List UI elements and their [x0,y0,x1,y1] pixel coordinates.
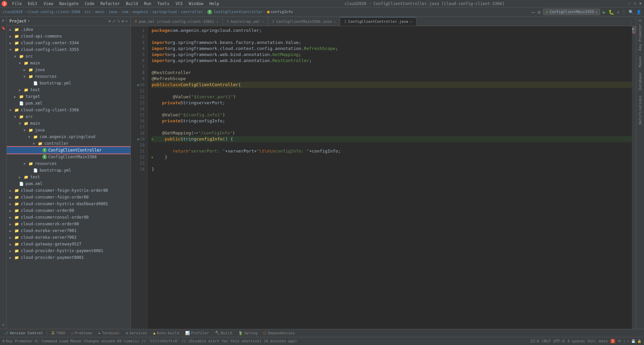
profiler-btn[interactable]: 📊 Profiler [182,330,212,336]
tree-item-src-3355[interactable]: ▼ 📁 src [7,53,130,60]
code-content[interactable]: package com.angenin.springcloud.controll… [148,26,632,329]
tab-bootstrap-yml[interactable]: Y bootstrap.yml ✕ [223,17,268,26]
menu-edit[interactable]: Edit [25,1,40,7]
back-button[interactable]: ⟵ [532,9,535,15]
auto-build-btn[interactable]: ▲ Auto-build [151,330,182,336]
menu-help[interactable]: Help [207,1,222,7]
refresh-icon[interactable]: ↺ [617,10,619,14]
status-indent[interactable]: 4 spaces [567,339,585,343]
problems-btn[interactable]: ⚠ Problems [68,330,95,336]
close-button[interactable]: ✕ [638,1,643,6]
breadcrumb-springcloud[interactable]: springcloud [152,10,177,14]
breadcrumb-class[interactable]: ConfigClientController [214,10,263,14]
menu-view[interactable]: View [41,1,56,7]
menu-build[interactable]: Build [123,1,141,7]
breadcrumb-java[interactable]: java [108,10,117,14]
editor-scrollbar[interactable]: ▲ 1 [632,26,636,329]
menu-run[interactable]: Run [141,1,154,7]
breadcrumb-method[interactable]: configInfo [271,10,293,14]
tree-item-eureka-7001[interactable]: ▶ 📁 cloud-eureka-server7001 [7,227,130,234]
breadcrumb-cloud2020[interactable]: cloud2020 [3,10,23,14]
bookmark-icon[interactable]: 🔖 [0,25,6,31]
tree-item-client-3366[interactable]: ▼ 📁 cloud-config-client-3366 [7,107,130,113]
menu-code[interactable]: Code [82,1,97,7]
tree-item-config-client-controller[interactable]: ▶ C ConfigClientController [7,147,130,154]
tree-item-eureka-7002[interactable]: ▶ 📁 cloud-eureka-server7002 [7,234,130,241]
tab-config-controller[interactable]: J ConfigClientController.java ✕ [340,17,417,26]
tab-close-pom[interactable]: ✕ [216,20,218,23]
tree-item-test-3366[interactable]: ▶ 📁 test [7,174,130,180]
settings-gear-icon[interactable]: ⚙ [122,19,124,23]
tree-item-config-center[interactable]: ▶ 📁 cloud-config-center-3344 [7,40,130,46]
tree-item-feign-order[interactable]: ▶ 📁 cloud-consumer-feign-order80 [7,194,130,200]
status-git-branch[interactable]: Git: main [588,339,608,343]
expand-all-icon[interactable]: ⤢ [112,19,116,23]
tree-item-bootstrap-3366[interactable]: ▶ 📄 bootstrap.yml [7,167,130,174]
tree-item-bootstrap-3355[interactable]: ▶ 📄 bootstrap.yml [7,80,130,87]
menu-vcs[interactable]: VCS [173,1,185,7]
tab-close-controller[interactable]: ✕ [410,20,412,23]
terminal-btn[interactable]: ▸ Terminal [96,330,122,336]
breadcrumb-controller[interactable]: controller [181,10,203,14]
breadcrumb-module[interactable]: cloud-config-client-3366 [27,10,80,14]
minimize-button[interactable]: − [627,1,632,6]
project-dropdown-icon[interactable]: ▾ [28,19,30,23]
tree-item-config-main-3366[interactable]: ▶ C ConfigClientMain3366 [7,154,130,160]
tree-item-payment[interactable]: ▶ 📁 cloud-provider-payment8001 [7,254,130,261]
tree-item-hystrix-payment[interactable]: ▶ 📁 cloud-provider-hystrix-payment8001 [7,247,130,254]
tree-item-resources-3366[interactable]: ▼ 📁 resources [7,160,130,167]
menu-refactor[interactable]: Refactor [98,1,122,7]
maximize-button[interactable]: □ [633,1,637,6]
version-control-btn[interactable]: ⎇ Version Control [1,330,46,336]
status-position[interactable]: 22:6 [530,339,539,343]
tree-item-target-3355[interactable]: ▶ 📁 target [7,93,130,100]
tree-item-idea[interactable]: ▶ 📁 .idea [7,26,130,33]
tree-item-src-3366[interactable]: ▼ 📁 src [7,113,130,120]
tree-item-zk-order[interactable]: ▶ 📁 cloud-consumerzk-order80 [7,221,130,227]
maven-label[interactable]: Maven [637,53,643,70]
tree-item-pom-3366[interactable]: ▶ 📄 pom.xml [7,180,130,187]
services-btn[interactable]: ⚙ Services [123,330,150,336]
collapse-all-icon[interactable]: ⤡ [117,19,120,23]
breadcrumb-com[interactable]: com [122,10,128,14]
breadcrumb-angenin[interactable]: angenin [132,10,148,14]
tree-item-client-3355[interactable]: ▼ 📁 cloud-config-client-3355 [7,46,130,53]
tree-item-feign-hystrix[interactable]: ▶ 📁 cloud-consumer-feign-hystrix-order80 [7,187,130,194]
tree-item-pom-3355[interactable]: ▶ 📄 pom.xml [7,100,130,107]
menu-window[interactable]: Window [186,1,206,7]
status-encoding-crlf[interactable]: CRLF [542,339,551,343]
tree-item-test-3355[interactable]: ▶ 📁 test [7,87,130,93]
tree-item-controller[interactable]: ▼ 📁 controller [7,140,130,147]
run-button[interactable]: ▶ [603,9,605,15]
todo-btn[interactable]: ☰ TODO [49,330,68,336]
tree-item-api-commons[interactable]: ▶ 📁 cloud-api-commons [7,33,130,40]
database-label[interactable]: Database [637,70,643,93]
tree-item-gateway[interactable]: ▶ 📁 cloud-gateway-gateway9527 [7,241,130,247]
menu-tools[interactable]: Tools [155,1,172,7]
hide-panel-icon[interactable]: ✕ [125,19,128,23]
tab-close-main[interactable]: ✕ [334,20,336,23]
tree-item-package[interactable]: ▼ 📁 com.angenin.springcloud [7,133,130,140]
settings-icon[interactable]: ⚙ [538,9,540,15]
breadcrumb-main[interactable]: main [95,10,104,14]
key-promoter-label[interactable]: Key Promoter X [637,17,643,53]
run-config-selector[interactable]: ▶ ConfigClientMain3355 ▾ [543,9,600,15]
tree-item-java-3355[interactable]: ▶ 📁 java [7,66,130,73]
structure-icon[interactable]: ≡ [0,322,6,328]
build-btn[interactable]: 🔨 Build [212,330,235,336]
tab-config-main[interactable]: J ConfigClientMain3366.java ✕ [268,17,340,26]
tab-pom-xml[interactable]: X pom.xml (cloud-config-client-3366) ✕ [131,17,223,26]
tree-item-consul-order[interactable]: ▶ 📁 cloud-consumerconsul-order80 [7,214,130,221]
menu-file[interactable]: File [9,1,24,7]
tree-item-java-3366[interactable]: ▼ 📁 java [7,127,130,133]
dependencies-btn[interactable]: ⬡ Dependencies [261,330,297,336]
more-icon[interactable]: ⋮ [622,10,626,14]
tree-item-hystrix-dashboard[interactable]: ▶ 📁 cloud-consumer-hystrix-dashboard9001 [7,200,130,207]
notifications-label[interactable]: Notifications [637,93,643,127]
search-icon[interactable]: 🔍 [629,10,634,14]
tree-item-main-3355[interactable]: ▼ 📁 main [7,60,130,66]
user-icon[interactable]: 👤 [636,10,641,14]
locate-icon[interactable]: ⊕ [108,19,111,23]
spring-btn[interactable]: 🍃 Spring [235,330,260,336]
tree-item-resources-3355[interactable]: ▼ 📁 resources [7,73,130,80]
